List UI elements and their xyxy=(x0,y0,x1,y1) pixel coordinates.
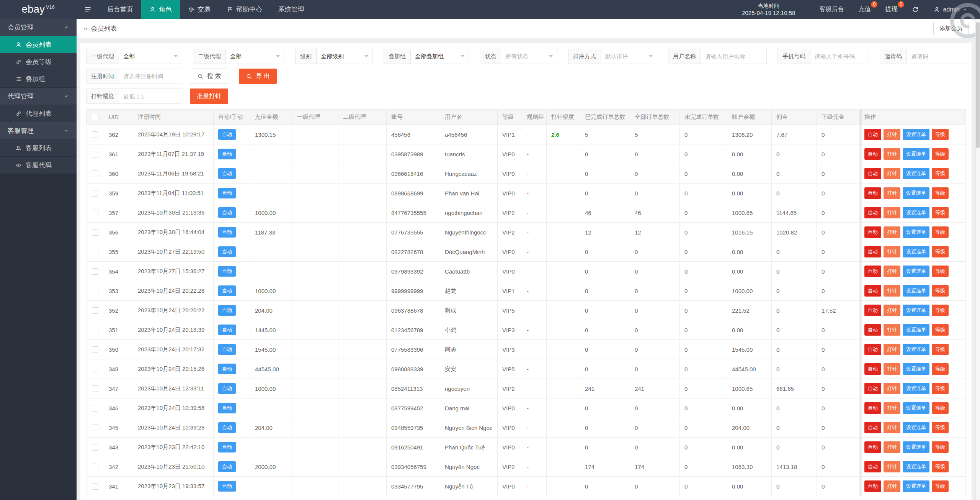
row-set-chain-button[interactable]: 设置连单 xyxy=(903,305,929,316)
row-needle-button[interactable]: 打针 xyxy=(884,480,900,492)
row-auto-button[interactable]: 自动 xyxy=(864,187,881,199)
row-set-chain-button[interactable]: 设置连单 xyxy=(903,168,929,179)
topnav-role[interactable]: 角色 xyxy=(141,0,180,19)
row-level-button[interactable]: 等级 xyxy=(932,363,949,375)
row-level-button[interactable]: 等级 xyxy=(932,226,949,238)
filter-agent2-select[interactable]: 全部 xyxy=(225,49,284,64)
export-button[interactable]: 导 出 xyxy=(239,69,276,84)
auto-mode-badge[interactable]: 自动 xyxy=(218,481,236,492)
row-level-button[interactable]: 等级 xyxy=(932,207,949,218)
row-checkbox[interactable] xyxy=(92,405,98,411)
row-checkbox[interactable] xyxy=(92,131,98,138)
sidebar-item-service-list[interactable]: 客服列表 xyxy=(0,139,77,157)
row-checkbox[interactable] xyxy=(92,366,98,372)
row-auto-button[interactable]: 自动 xyxy=(864,363,881,375)
row-level-button[interactable]: 等级 xyxy=(932,148,949,160)
menu-toggle-button[interactable] xyxy=(77,0,99,19)
row-set-chain-button[interactable]: 设置连单 xyxy=(903,129,929,140)
sidebar-group-service[interactable]: 客服管理 xyxy=(0,122,77,139)
row-needle-button[interactable]: 打针 xyxy=(884,402,900,414)
topnav-system[interactable]: 系统管理 xyxy=(270,0,312,19)
row-level-button[interactable]: 等级 xyxy=(932,246,949,257)
phone-input[interactable] xyxy=(810,49,869,64)
row-level-button[interactable]: 等级 xyxy=(932,480,949,492)
row-checkbox[interactable] xyxy=(92,151,98,157)
row-checkbox[interactable] xyxy=(92,288,98,294)
search-button[interactable]: 搜 索 xyxy=(190,69,228,84)
username-input[interactable] xyxy=(701,49,767,64)
row-level-button[interactable]: 等级 xyxy=(932,402,949,414)
auto-mode-badge[interactable]: 自动 xyxy=(218,207,236,218)
row-needle-button[interactable]: 打针 xyxy=(884,383,900,394)
auto-mode-badge[interactable]: 自动 xyxy=(218,149,236,159)
row-level-button[interactable]: 等级 xyxy=(932,187,949,199)
row-set-chain-button[interactable]: 设置连单 xyxy=(903,422,929,433)
add-member-button[interactable]: 添加会员 xyxy=(933,22,969,35)
row-checkbox[interactable] xyxy=(92,249,98,255)
withdraw-link[interactable]: 提现0 xyxy=(878,0,905,19)
auto-mode-badge[interactable]: 自动 xyxy=(218,344,236,355)
auto-mode-badge[interactable]: 自动 xyxy=(218,129,236,140)
row-auto-button[interactable]: 自动 xyxy=(864,422,881,433)
row-checkbox[interactable] xyxy=(92,444,98,451)
row-level-button[interactable]: 等级 xyxy=(932,266,949,277)
row-set-chain-button[interactable]: 设置连单 xyxy=(903,344,929,355)
auto-mode-badge[interactable]: 自动 xyxy=(218,461,236,472)
row-needle-button[interactable]: 打针 xyxy=(884,363,900,375)
row-auto-button[interactable]: 自动 xyxy=(864,344,881,355)
row-needle-button[interactable]: 打针 xyxy=(884,187,900,199)
row-needle-button[interactable]: 打针 xyxy=(884,246,900,257)
row-needle-button[interactable]: 打针 xyxy=(884,266,900,277)
row-auto-button[interactable]: 自动 xyxy=(864,441,881,453)
sidebar-item-member-level[interactable]: 会员等级 xyxy=(0,53,77,70)
auto-mode-badge[interactable]: 自动 xyxy=(218,227,236,238)
refresh-button[interactable] xyxy=(905,0,926,19)
row-level-button[interactable]: 等级 xyxy=(932,324,949,336)
row-needle-button[interactable]: 打针 xyxy=(884,129,900,140)
row-set-chain-button[interactable]: 设置连单 xyxy=(903,461,929,472)
row-auto-button[interactable]: 自动 xyxy=(864,266,881,277)
sidebar-group-agent[interactable]: 代理管理 xyxy=(0,88,77,105)
row-level-button[interactable]: 等级 xyxy=(932,285,949,297)
row-auto-button[interactable]: 自动 xyxy=(864,285,881,297)
row-set-chain-button[interactable]: 设置连单 xyxy=(903,285,929,297)
auto-mode-badge[interactable]: 自动 xyxy=(218,305,236,316)
row-checkbox[interactable] xyxy=(92,170,98,177)
register-time-input[interactable] xyxy=(119,69,182,84)
auto-mode-badge[interactable]: 自动 xyxy=(218,266,236,277)
row-level-button[interactable]: 等级 xyxy=(932,129,949,140)
auto-mode-badge[interactable]: 自动 xyxy=(218,325,236,335)
filter-status-select[interactable]: 所有状态 xyxy=(501,49,557,64)
row-auto-button[interactable]: 自动 xyxy=(864,402,881,414)
filter-level-select[interactable]: 全部级别 xyxy=(316,49,373,64)
row-auto-button[interactable]: 自动 xyxy=(864,148,881,160)
row-auto-button[interactable]: 自动 xyxy=(864,129,881,140)
row-checkbox[interactable] xyxy=(92,268,98,275)
row-set-chain-button[interactable]: 设置连单 xyxy=(903,480,929,492)
row-needle-button[interactable]: 打针 xyxy=(884,422,900,433)
row-level-button[interactable]: 等级 xyxy=(932,383,949,394)
row-checkbox[interactable] xyxy=(92,483,98,490)
row-set-chain-button[interactable]: 设置连单 xyxy=(903,383,929,394)
batch-needle-button[interactable]: 批量打针 xyxy=(190,89,228,104)
row-needle-button[interactable]: 打针 xyxy=(884,461,900,472)
row-needle-button[interactable]: 打针 xyxy=(884,344,900,355)
auto-mode-badge[interactable]: 自动 xyxy=(218,383,236,394)
auto-mode-badge[interactable]: 自动 xyxy=(218,168,236,179)
auto-mode-badge[interactable]: 自动 xyxy=(218,188,236,198)
row-set-chain-button[interactable]: 设置连单 xyxy=(903,266,929,277)
filter-sort-select[interactable]: 默认排序 xyxy=(601,49,657,64)
row-set-chain-button[interactable]: 设置连单 xyxy=(903,226,929,238)
row-set-chain-button[interactable]: 设置连单 xyxy=(903,246,929,257)
topnav-home[interactable]: 后台首页 xyxy=(99,0,141,19)
row-auto-button[interactable]: 自动 xyxy=(864,305,881,316)
sidebar-group-member[interactable]: 会员管理 xyxy=(0,19,77,36)
row-auto-button[interactable]: 自动 xyxy=(864,383,881,394)
select-all-checkbox[interactable] xyxy=(92,114,98,120)
row-auto-button[interactable]: 自动 xyxy=(864,246,881,257)
row-auto-button[interactable]: 自动 xyxy=(864,226,881,238)
row-checkbox[interactable] xyxy=(92,327,98,333)
row-needle-button[interactable]: 打针 xyxy=(884,441,900,453)
row-needle-button[interactable]: 打针 xyxy=(884,168,900,179)
row-auto-button[interactable]: 自动 xyxy=(864,207,881,218)
